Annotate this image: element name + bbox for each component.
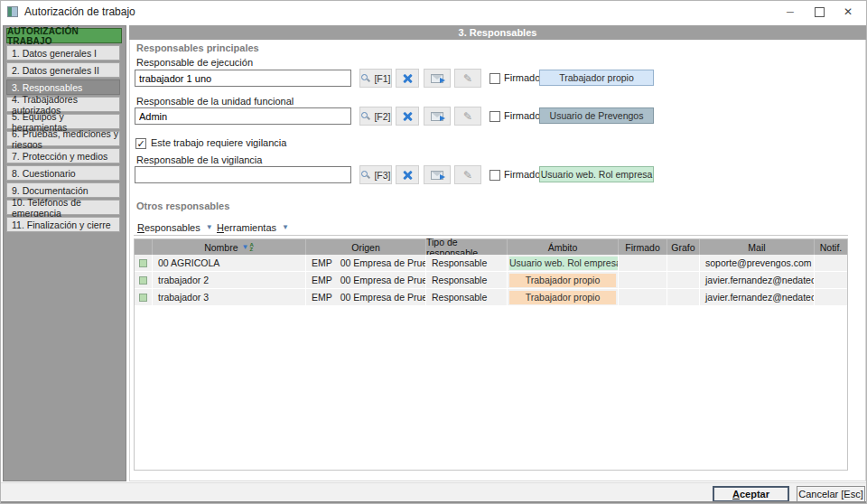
cell-notif [815,289,847,306]
clear-button-1[interactable] [396,69,419,88]
header-ambito[interactable]: Ámbito [508,239,619,255]
sidebar-item-proteccion-medios[interactable]: 7. Protección y medios [6,148,120,163]
cell-grafo [667,289,700,306]
clear-x-icon [402,111,413,122]
title-bar: Autorización de trabajo ─ ✕ [1,1,866,23]
fkey-label: [F3] [374,170,390,181]
header-nombre[interactable]: Nombre ▼ AZ [153,239,306,255]
search-f3-button[interactable]: [F3] [359,165,392,184]
input-responsable-vigilancia[interactable] [135,166,351,183]
sidebar-item-documentacion[interactable]: 9. Documentación [6,182,120,198]
menu-herramientas[interactable]: Herramientas ▼ [217,220,289,234]
search-icon [360,111,371,122]
sign-button-1[interactable]: ✎ [454,69,481,88]
row-status-cell [135,272,153,289]
sidebar-item-datos-generales-2[interactable]: 2. Datos generales II [6,62,120,78]
clear-button-3[interactable] [396,165,419,184]
send-mail-button-3[interactable] [424,165,451,184]
sort-az-icon: ▼ AZ [242,243,254,252]
sidebar-item-telefonos-emergencia[interactable]: 10. Teléfonos de emergencia [6,200,120,215]
sidebar-item-pruebas-mediciones[interactable]: 6. Pruebas, mediciones y riesgos [6,131,120,146]
menu-label: Responsables [137,222,200,233]
cell-mail: javier.fernandez@nedatec.com [700,272,815,289]
sidebar-item-responsables[interactable]: 3. Responsables [6,79,120,95]
menu-responsables[interactable]: Responsables ▼ [137,220,213,234]
cell-origen: EMP00 Empresa de Prueba [306,255,426,272]
search-f1-button[interactable]: [F1] [359,69,392,88]
sidebar-item-finalizacion-cierre[interactable]: 11. Finalización y cierre [6,217,120,232]
sidebar-item-cuestionario[interactable]: 8. Cuestionario [6,165,120,181]
chevron-down-icon: ▼ [206,224,213,231]
search-icon [360,73,371,84]
header-origen[interactable]: Origen [306,239,426,255]
cell-firmado [619,289,667,306]
header-tipo-responsable[interactable]: Tipo de responsable [426,239,508,255]
sidebar-item-datos-generales-1[interactable]: 1. Datos generales I [6,45,120,61]
check-icon: ✓ [136,138,144,149]
cell-ambito: Trabajador propio [508,289,619,306]
maximize-button[interactable] [805,1,834,23]
close-button[interactable]: ✕ [834,1,862,23]
sidebar-item-equipos-herramientas[interactable]: 5. Equipos y herramientas [6,114,120,129]
sign-button-3[interactable]: ✎ [454,165,481,184]
cell-mail: soporte@prevengos.com [700,255,815,272]
cell-notif [815,272,847,289]
header-mail[interactable]: Mail [700,239,815,255]
search-icon [360,170,371,181]
signature-pen-icon: ✎ [463,73,472,84]
cell-ambito: Usuario web. Rol empresa [508,255,619,272]
window-title: Autorización de trabajo [24,5,135,18]
send-mail-button-2[interactable] [424,107,451,126]
vigilancia-checkbox[interactable]: ✓ [135,138,146,149]
header-notif[interactable]: Notif. [815,239,847,255]
otros-responsables-table: Nombre ▼ AZ Origen Tipo de responsable Á… [134,238,848,471]
cancel-button[interactable]: Cancelar [Esc] [797,486,865,502]
section-responsables-principales: Responsables principales [136,42,259,53]
badge-usuario-prevengos: Usuario de Prevengos [539,107,654,124]
search-f2-button[interactable]: [F2] [359,107,392,126]
header-grafo[interactable]: Grafo [667,239,700,255]
green-square-icon [139,259,147,267]
autorizacion-trabajo-window: Autorización de trabajo ─ ✕ AUTORIZACIÓN… [0,0,867,504]
panel-title: 3. Responsables [129,25,866,40]
row-status-cell [135,255,153,272]
green-square-icon [139,294,147,302]
table-row[interactable]: trabajador 3 EMP00 Empresa de Prueba Res… [135,289,847,306]
input-responsable-unidad-funcional[interactable] [135,107,351,125]
fkey-label: [F1] [374,73,390,84]
cell-ambito: Trabajador propio [508,272,619,289]
cell-nombre: 00 AGRICOLA [153,255,306,272]
minimize-icon: ─ [787,6,794,17]
sign-button-2[interactable]: ✎ [454,107,481,126]
sidebar-item-trabajadores-autorizados[interactable]: 4. Trabajadores autorizados [6,97,120,112]
fkey-label: [F2] [374,111,390,122]
row-status-cell [135,289,153,306]
clear-x-icon [402,170,413,181]
input-responsable-ejecucion[interactable] [135,70,351,87]
section-otros-responsables: Otros responsables [136,201,229,211]
cell-nombre: trabajador 3 [153,289,306,306]
vigilancia-label: Este trabajo requiere vigilancia [151,137,286,148]
label-responsable-vigilancia: Responsable de la vigilancia [136,154,262,165]
table-row[interactable]: 00 AGRICOLA EMP00 Empresa de Prueba Resp… [135,255,847,272]
firmado-checkbox-3[interactable] [489,170,500,181]
firmado-checkbox-1[interactable] [489,73,500,84]
firmado-label-2: Firmado [504,110,540,121]
app-icon [7,6,18,17]
clear-button-2[interactable] [396,107,419,126]
accept-button[interactable]: Aceptar [713,486,789,502]
sidebar-header: AUTORIZACIÓN TRABAJO [6,28,122,43]
header-icon-col [135,239,153,255]
close-icon: ✕ [844,5,853,18]
minimize-button[interactable]: ─ [776,1,805,23]
send-mail-button-1[interactable] [424,69,451,88]
header-firmado[interactable]: Firmado [619,239,667,255]
mail-icon [431,74,443,83]
cell-tipo: Responsable [426,289,508,306]
wizard-sidebar: AUTORIZACIÓN TRABAJO 1. Datos generales … [3,25,126,481]
green-square-icon [139,276,147,285]
cell-grafo [667,272,700,289]
firmado-checkbox-2[interactable] [489,111,500,122]
cell-tipo: Responsable [426,272,508,289]
table-row[interactable]: trabajador 2 EMP00 Empresa de Prueba Res… [135,272,847,289]
